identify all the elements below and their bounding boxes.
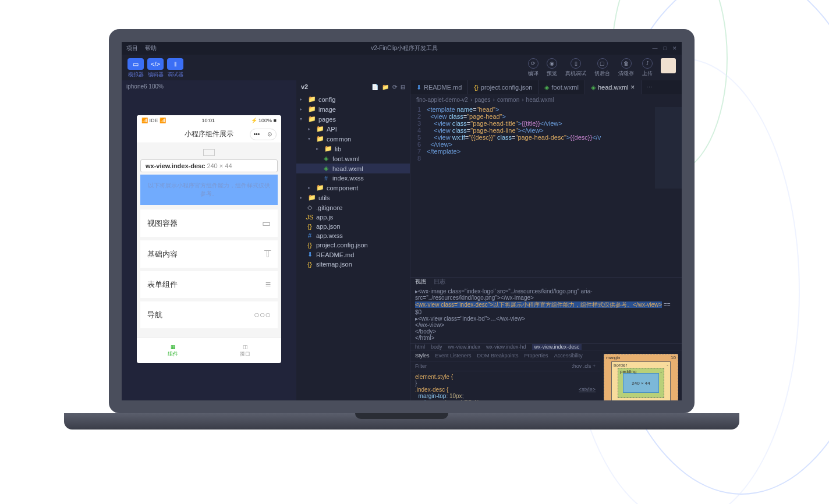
tab-overflow-icon[interactable]: ⋯ [642,80,657,94]
debugger-button[interactable]: ⫴调试器 [167,58,183,79]
tab-projconfig[interactable]: {}project.config.json [468,80,539,94]
tree-file[interactable]: #index.wxss [296,173,410,183]
menu-nav[interactable]: 导航○○○ [140,301,278,328]
dom-breadcrumb: html body wx-view.index wx-view.index-hd… [410,343,682,350]
menu-basic-content[interactable]: 基础内容𝕋 [140,240,278,268]
simulator-panel: iphone6 100% 📶 IDE 📶 10:01 ⚡ 100% ■ 小程序组… [122,80,296,400]
editor-button[interactable]: </>编辑器 [147,58,164,79]
avatar[interactable] [661,58,676,73]
minimize-icon[interactable]: — [653,45,658,51]
properties-tab[interactable]: Properties [525,353,548,359]
titlebar: 项目 帮助 v2-FinClip小程序开发工具 — □ ✕ [122,42,682,55]
simulator-button[interactable]: ▭模拟器 [127,58,144,79]
tree-folder[interactable]: ▸📁API [296,124,410,134]
upload-button[interactable]: ⤴上传 [642,58,653,77]
phone-tabbar: ▦组件 ◫接口 [137,338,281,363]
project-root[interactable]: v2 [301,83,308,90]
phone-navbar: 小程序组件展示 •••⊙ [137,126,281,143]
capsule-button[interactable]: •••⊙ [250,129,277,140]
file-explorer: v2 📄 📁 ⟳ ⊟ ▸📁config ▸📁image ▾📁pages ▸📁AP… [296,80,410,400]
add-rule-icon[interactable]: + [593,363,596,369]
collapse-icon[interactable]: ⊟ [401,84,405,90]
preview-button[interactable]: ◉预览 [547,58,557,77]
tree-folder[interactable]: ▸📁image [296,104,410,114]
menu-help[interactable]: 帮助 [145,44,157,52]
devtools-panel: 视图 日志 ▸<wx-image class="index-logo" src=… [410,277,682,400]
close-icon[interactable]: ✕ [672,45,677,51]
tree-folder[interactable]: ▸📁component [296,183,410,193]
phone-statusbar: 📶 IDE 📶 10:01 ⚡ 100% ■ [137,115,281,126]
phone-title: 小程序组件展示 [185,129,233,139]
tree-file[interactable]: ⬇README.md [296,250,410,260]
cls-toggle[interactable]: .cls [583,363,591,369]
tab-head-active[interactable]: ◈head.wxml✕ [585,80,642,94]
menu-project[interactable]: 项目 [126,44,138,52]
tree-file[interactable]: {}project.config.json [296,240,410,250]
device-label[interactable]: iphone6 100% [122,80,296,92]
css-rules[interactable]: element.style { } .index-desc {<style> m… [410,371,600,400]
laptop-frame: 项目 帮助 v2-FinClip小程序开发工具 — □ ✕ ▭模拟器 </>编辑… [93,29,710,460]
maximize-icon[interactable]: □ [664,45,667,51]
remote-debug-button[interactable]: ▯真机调试 [565,58,586,77]
tree-file[interactable]: ◈foot.wxml [296,154,410,164]
tree-file[interactable]: ◇.gitignore [296,203,410,212]
editor-panel: ⬇README.md {}project.config.json ◈foot.w… [410,80,682,400]
tree-folder[interactable]: ▾📁common [296,134,410,144]
close-tab-icon[interactable]: ✕ [630,84,635,90]
tab-foot[interactable]: ◈foot.wxml [539,80,584,94]
listeners-tab[interactable]: Event Listeners [435,353,472,359]
tree-folder[interactable]: ▸📁utils [296,193,410,203]
editor-tabs: ⬇README.md {}project.config.json ◈foot.w… [410,80,682,94]
highlighted-element[interactable]: 以下将展示小程序官方组件能力，组件样式仅供参考。 [140,175,278,205]
new-folder-icon[interactable]: 📁 [382,84,389,90]
tree-file[interactable]: #app.wxss [296,231,410,240]
devtools-tab-elements[interactable]: 视图 [415,278,427,286]
clear-cache-button[interactable]: 🗑清缓存 [618,58,634,77]
tree-folder[interactable]: ▸📁lib [296,144,410,154]
a11y-tab[interactable]: Accessibility [554,353,583,359]
tab-api[interactable]: ◫接口 [209,338,281,363]
compile-button[interactable]: ⟳编译 [528,58,539,77]
tree-file-selected[interactable]: ◈head.wxml [296,164,410,173]
devtools-tab-console[interactable]: 日志 [434,278,445,286]
breadcrumb: fino-applet-demo-v2›pages›common›head.wx… [410,94,682,105]
inspect-tooltip: wx-view.index-desc 240 × 44 [140,159,278,172]
refresh-icon[interactable]: ⟳ [392,84,397,90]
box-model: margin10 border- padding- 240 × 44 [600,350,682,400]
minimap[interactable] [655,107,682,189]
tree-file[interactable]: {}app.json [296,222,410,231]
background-button[interactable]: ▢切后台 [594,58,610,77]
new-file-icon[interactable]: 📄 [371,84,378,90]
window-title: v2-FinClip小程序开发工具 [157,44,653,52]
hov-toggle[interactable]: :hov [572,363,582,369]
tree-file[interactable]: JSapp.js [296,212,410,222]
tab-readme[interactable]: ⬇README.md [410,80,468,94]
menu-form[interactable]: 表单组件≡ [140,271,278,298]
tree-folder[interactable]: ▾📁pages [296,114,410,124]
dom-bp-tab[interactable]: DOM Breakpoints [477,353,519,359]
menu-view-container[interactable]: 视图容器▭ [140,210,278,237]
tree-folder[interactable]: ▸📁config [296,94,410,104]
styles-filter[interactable]: Filter [415,363,427,369]
styles-tab[interactable]: Styles [415,353,430,359]
tree-file[interactable]: {}sitemap.json [296,260,410,269]
tab-component[interactable]: ▦组件 [137,338,209,363]
toolbar: ▭模拟器 </>编辑器 ⫴调试器 ⟳编译 ◉预览 ▯真机调试 ▢切后台 🗑清缓存… [122,55,682,80]
ide-window: 项目 帮助 v2-FinClip小程序开发工具 — □ ✕ ▭模拟器 </>编辑… [122,42,682,400]
code-editor[interactable]: 1<template name="head"> 2 <view class="p… [410,105,682,163]
dom-tree[interactable]: ▸<wx-image class="index-logo" src="../re… [410,286,682,343]
phone-preview: 📶 IDE 📶 10:01 ⚡ 100% ■ 小程序组件展示 •••⊙ [137,115,281,363]
